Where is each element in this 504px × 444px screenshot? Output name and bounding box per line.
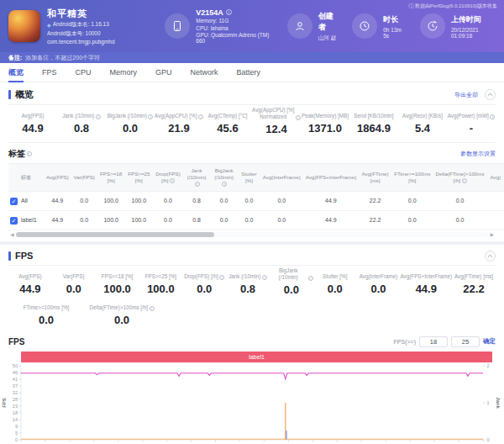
app-icon [8, 10, 40, 42]
tab-GPU[interactable]: GPU [155, 63, 172, 82]
info-icon[interactable]: i [170, 178, 175, 183]
duration-block: 时长 0h 13m 5s [352, 13, 405, 39]
info-icon[interactable]: i [262, 275, 267, 280]
table-cell: 0.0 [433, 210, 486, 230]
labels-section-head: 标签 i 参数显示设置 [0, 143, 504, 163]
tab-CPU[interactable]: CPU [76, 63, 92, 82]
tab-Memory[interactable]: Memory [110, 63, 138, 82]
table-cell: 0.8 [183, 210, 210, 230]
tab-概览[interactable]: 概览 [8, 63, 24, 82]
stat-peak-memory-mb-: Peak(Memory) [MB]1371.0 [301, 107, 349, 135]
svg-text:5: 5 [15, 431, 18, 436]
stat-fps-18-: FPS>=18 [%]100.0 [96, 267, 139, 296]
svg-text:2: 2 [487, 363, 490, 368]
table-cell: 0.0 [210, 191, 238, 210]
tab-Network[interactable]: Network [191, 63, 218, 82]
overview-section-head: 概览 导出全部 [0, 82, 504, 104]
stat-bigjank-10min-: BigJank (/10min)i0.0 [270, 267, 313, 296]
svg-text:32: 32 [13, 390, 18, 395]
creator-value: 山河 赵 [318, 34, 338, 42]
svg-text:9: 9 [15, 424, 18, 429]
svg-text:28: 28 [13, 397, 18, 402]
fps-threshold-input-1[interactable] [419, 336, 448, 347]
fps-line-chart[interactable]: 50464137322823181495021000:0000:4001:200… [0, 362, 504, 444]
info-icon[interactable]: i [96, 114, 101, 119]
table-cell: 100.0 [97, 191, 125, 210]
svg-text:0: 0 [487, 437, 490, 442]
label1-banner[interactable]: label1 [21, 352, 492, 362]
row-checkbox[interactable]: ✓ [10, 217, 18, 225]
info-icon[interactable]: i [490, 114, 495, 119]
info-icon[interactable]: i [148, 114, 153, 119]
upload-time-value: 20/12/2021 01:09:16 [451, 27, 496, 39]
remark-label: 备注: [8, 54, 22, 62]
svg-text:46: 46 [13, 370, 18, 375]
table-cell: 100.0 [125, 191, 153, 210]
table-cell: 0.0 [210, 210, 238, 230]
scroll-left-arrow[interactable]: ◀ [10, 231, 14, 238]
creator-label: 创建者 [318, 11, 338, 33]
info-icon[interactable]: i [195, 182, 200, 187]
column-header: Jank (/10min)i [183, 163, 210, 191]
column-header: Avg(InterFrame) [260, 163, 303, 191]
table-cell: 0.0 [71, 210, 97, 230]
table-cell: 100.0 [97, 210, 125, 230]
stat-avg-power-mw-: Avg(Power) [mW]i- [447, 107, 496, 135]
device-info-icon[interactable]: i [226, 9, 232, 15]
person-icon [287, 13, 312, 39]
overview-collapse-button[interactable] [485, 89, 496, 100]
table-cell: 0.0 [238, 191, 260, 210]
table-cell: 100.0 [125, 210, 153, 230]
table-horizontal-scrollbar[interactable]: ◀ ▶ [8, 231, 496, 238]
table-cell [487, 191, 504, 210]
labels-info-icon[interactable]: i [27, 151, 32, 156]
stat-stutter-: Stutter [%]0.0 [313, 267, 357, 296]
stat-avg-fps-: Avg(FPS)44.9 [8, 107, 57, 135]
chart-head: FPS FPS(>=) 确定 [0, 333, 504, 350]
upload-time-block: 上传时间 20/12/2021 01:09:16 [420, 13, 496, 39]
column-header: Avg(FPS) [44, 163, 71, 191]
fps-stats-row-2: FTime>=100ms [%]0.0Delta(FTime)>100ms [/… [0, 299, 504, 333]
scroll-right-arrow[interactable]: ▶ [490, 231, 494, 238]
report-header: ⓘ 数据由PerfDog(6.0.210910)版本收集 和平精英 ◆Andro… [0, 0, 504, 52]
stat-var-fps-: Var(FPS)0.0 [52, 267, 96, 296]
overview-stats-row: Avg(FPS)44.9Jank (/10min)i0.8BigJank (/1… [0, 105, 504, 142]
column-header: Drop(FPS) [/h]i [153, 163, 183, 191]
fps-title: FPS [15, 251, 33, 261]
svg-text:23: 23 [13, 404, 18, 409]
phone-icon [165, 13, 190, 39]
device-gpu: GPU: Qualcomm Adreno (TM) 660 [196, 32, 271, 44]
table-cell: 0.0 [391, 191, 433, 210]
svg-text:FPS: FPS [2, 398, 7, 408]
display-settings-link[interactable]: 参数显示设置 [460, 150, 496, 158]
info-icon[interactable]: i [198, 114, 203, 119]
info-icon[interactable]: i [222, 182, 227, 187]
export-all-link[interactable]: 导出全部 [454, 91, 478, 99]
overview-title: 概览 [15, 88, 34, 101]
app-android-version-code: Android版本号: 10000 [47, 30, 115, 38]
svg-text:50: 50 [13, 363, 18, 368]
svg-text:1: 1 [487, 400, 490, 405]
confirm-button[interactable]: 确定 [483, 337, 496, 346]
fps-section-head: FPS [0, 245, 504, 265]
info-icon[interactable]: i [462, 178, 467, 183]
info-icon[interactable]: i [150, 306, 155, 311]
app-android-version-name: ◆Android版本名: 1.16.13 [47, 21, 115, 29]
tab-FPS[interactable]: FPS [42, 63, 57, 82]
table-cell: 0.0 [153, 210, 183, 230]
column-header: Delta(FTime)>100ms [/h]i [433, 163, 486, 191]
device-model: V2154A [196, 8, 223, 17]
info-icon[interactable]: i [219, 275, 224, 280]
scrollbar-thumb[interactable] [16, 232, 214, 237]
row-checkbox[interactable]: ✓ [10, 198, 18, 205]
stat-bigjank-10min-: BigJank (/10min)i0.0 [106, 107, 155, 135]
fps-collapse-button[interactable] [485, 251, 496, 262]
table-cell: 22.2 [359, 210, 391, 230]
fps-threshold-input-2[interactable] [451, 336, 480, 347]
remark-bar[interactable]: 备注: 添加备注，不超过200个字符 [0, 52, 504, 63]
table-cell [487, 210, 504, 230]
tab-Battery[interactable]: Battery [237, 63, 261, 82]
column-header: Avg( [487, 163, 504, 191]
column-header: 标签 [8, 163, 44, 191]
tab-bar: 概览FPSCPUMemoryGPUNetworkBattery [0, 63, 504, 82]
